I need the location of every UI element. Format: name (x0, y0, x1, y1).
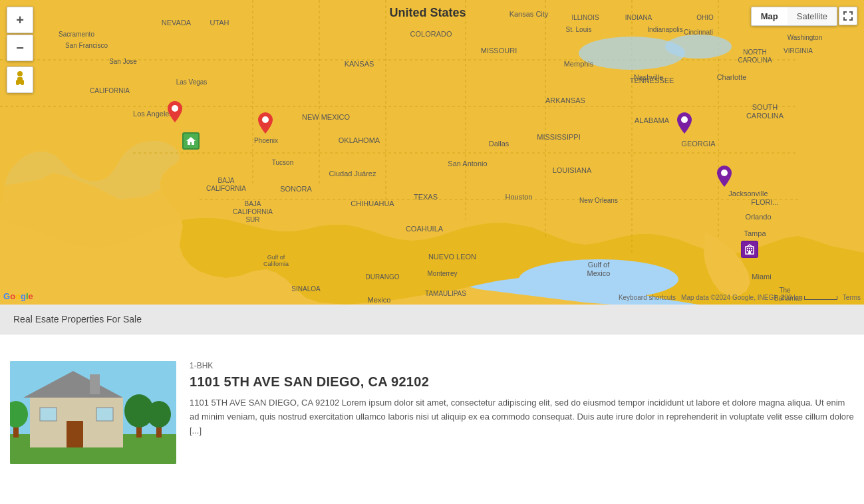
svg-text:Gulf of: Gulf of (267, 254, 285, 261)
svg-text:Nashville: Nashville (634, 73, 664, 81)
svg-point-115 (147, 401, 171, 428)
svg-text:TEXAS: TEXAS (414, 193, 438, 201)
svg-text:VIRGINIA: VIRGINIA (784, 47, 813, 55)
keyboard-shortcuts[interactable]: Keyboard shortcuts (619, 294, 676, 301)
svg-point-91 (262, 116, 269, 123)
svg-text:SINALOA: SINALOA (291, 285, 321, 293)
svg-text:BAJA: BAJA (244, 200, 261, 207)
svg-point-93 (721, 170, 728, 176)
svg-rect-99 (749, 250, 750, 251)
section-title: Real Esate Properties For Sale (0, 305, 864, 334)
listing-description: 1101 5TH AVE SAN DIEGO, CA 92102 Lorem i… (190, 396, 854, 438)
svg-rect-95 (747, 248, 748, 249)
svg-text:NORTH: NORTH (743, 49, 766, 56)
marker-florida-building[interactable] (741, 241, 758, 258)
svg-text:Monterrey: Monterrey (427, 270, 457, 277)
listing-content: 1-BHK 1101 5TH AVE SAN DIEGO, CA 92102 1… (190, 361, 854, 438)
svg-text:DURANGO: DURANGO (365, 273, 399, 281)
zoom-out-button[interactable]: − (7, 35, 33, 61)
svg-text:OKLAHOMA: OKLAHOMA (339, 136, 380, 144)
svg-text:INDIANA: INDIANA (625, 14, 652, 21)
svg-text:FLORI...: FLORI... (751, 198, 779, 206)
svg-text:Orlando: Orlando (745, 213, 771, 221)
svg-text:Kansas City: Kansas City (509, 10, 549, 18)
svg-text:Mexico: Mexico (368, 296, 391, 304)
listing-title[interactable]: 1101 5TH AVE SAN DIEGO, CA 92102 (190, 374, 854, 390)
svg-text:CALIFORNIA: CALIFORNIA (90, 87, 130, 94)
svg-text:Las Vegas: Las Vegas (176, 78, 208, 86)
svg-text:St. Louis: St. Louis (566, 26, 592, 33)
satellite-view-button[interactable]: Satellite (788, 7, 837, 25)
terms-link[interactable]: Terms (843, 294, 861, 301)
svg-text:NEW MEXICO: NEW MEXICO (302, 113, 351, 121)
svg-text:Miami: Miami (752, 273, 771, 281)
marker-atlanta[interactable] (677, 112, 692, 136)
svg-point-92 (681, 116, 688, 123)
svg-text:GEORGIA: GEORGIA (681, 140, 716, 148)
scale-line (804, 296, 837, 300)
svg-text:San Jose: San Jose (109, 58, 137, 65)
map-background: United States COLORADO KANSAS MISSOURI K… (0, 0, 864, 305)
svg-text:Washington: Washington (788, 34, 822, 41)
svg-text:Tampa: Tampa (744, 229, 766, 237)
svg-text:Mexico: Mexico (587, 269, 611, 277)
svg-text:Houston: Houston (505, 193, 533, 201)
map-data-credit: Map data ©2024 Google, INEGI (681, 294, 776, 301)
svg-text:KANSAS: KANSAS (345, 60, 374, 68)
svg-text:Gulf of: Gulf of (588, 261, 610, 269)
svg-text:CALIFORNIA: CALIFORNIA (206, 185, 246, 192)
marker-los-angeles[interactable] (168, 101, 182, 125)
svg-rect-98 (747, 250, 748, 251)
svg-text:CHIHUAHUA: CHIHUAHUA (351, 199, 394, 207)
marker-jacksonville[interactable] (717, 166, 732, 189)
svg-text:NEVADA: NEVADA (162, 19, 192, 27)
scale-label: 200 km (781, 294, 803, 301)
svg-text:LOUISIANA: LOUISIANA (553, 166, 592, 174)
svg-text:Phoenix: Phoenix (254, 137, 278, 144)
svg-text:CALIFORNIA: CALIFORNIA (233, 208, 273, 215)
svg-text:San Francisco: San Francisco (65, 42, 108, 49)
svg-rect-109 (96, 408, 113, 421)
svg-text:SONORA: SONORA (280, 185, 312, 193)
svg-text:BAJA: BAJA (217, 177, 234, 184)
svg-text:COAHUILA: COAHUILA (406, 225, 444, 233)
pegman-control[interactable] (7, 66, 33, 93)
svg-text:The: The (779, 287, 791, 294)
svg-text:United States: United States (389, 6, 466, 19)
svg-rect-101 (748, 251, 751, 254)
svg-text:Tucson: Tucson (272, 159, 293, 166)
listing-image[interactable] (10, 361, 176, 464)
svg-rect-107 (67, 421, 83, 447)
svg-text:ALABAMA: ALABAMA (635, 116, 670, 124)
svg-rect-106 (90, 374, 100, 394)
svg-text:Indianapolis: Indianapolis (647, 26, 682, 33)
svg-text:Jacksonville: Jacksonville (728, 189, 768, 197)
svg-text:MISSOURI: MISSOURI (481, 47, 517, 55)
svg-rect-88 (16, 80, 19, 85)
svg-text:NUEVO LEON: NUEVO LEON (428, 253, 476, 261)
marker-arizona[interactable] (258, 112, 273, 136)
listing-item: 1-BHK 1101 5TH AVE SAN DIEGO, CA 92102 1… (10, 361, 854, 464)
scale-bar: 200 km (781, 294, 837, 301)
google-logo: Google (3, 291, 33, 301)
svg-text:Cincinnati: Cincinnati (684, 29, 713, 36)
svg-rect-108 (40, 408, 57, 421)
section-title-text: Real Esate Properties For Sale (13, 314, 142, 324)
fullscreen-button[interactable] (839, 7, 857, 25)
map-view-button[interactable]: Map (752, 7, 788, 25)
map-zoom-controls: + − (7, 7, 33, 93)
zoom-in-button[interactable]: + (7, 7, 33, 33)
svg-rect-97 (751, 248, 752, 249)
svg-point-86 (17, 71, 23, 76)
map-container: United States COLORADO KANSAS MISSOURI K… (0, 0, 864, 305)
svg-text:Memphis: Memphis (564, 60, 594, 68)
svg-rect-96 (749, 248, 750, 249)
svg-text:Sacramento: Sacramento (59, 31, 94, 38)
map-type-controls: Map Satellite (751, 7, 837, 26)
marker-sandiego-home[interactable] (182, 132, 200, 150)
svg-text:UTAH: UTAH (210, 19, 229, 27)
svg-text:New Orleans: New Orleans (579, 197, 618, 204)
svg-text:California: California (263, 261, 289, 267)
svg-point-14 (665, 35, 732, 59)
svg-text:SOUTH: SOUTH (752, 103, 778, 111)
